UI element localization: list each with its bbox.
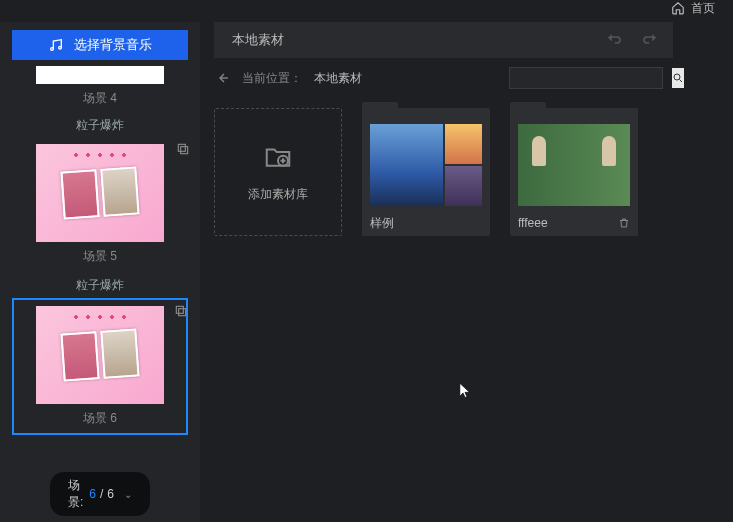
scene-list: 场景 4 粒子爆炸 场景 5 粒子爆炸 场景 6 — [0, 66, 200, 522]
undo-icon[interactable] — [605, 31, 623, 49]
svg-rect-2 — [181, 147, 188, 154]
scene-item[interactable]: 场景 4 — [4, 66, 196, 107]
scene-thumb — [36, 144, 164, 242]
search-icon — [672, 72, 684, 84]
tab-actions — [302, 22, 673, 58]
svg-point-1 — [59, 46, 62, 49]
breadcrumb-row: 当前位置： 本地素材 — [214, 58, 733, 98]
folder-preview — [370, 124, 482, 206]
back-icon[interactable] — [214, 70, 230, 86]
add-asset-library-button[interactable]: 添加素材库 — [214, 108, 342, 236]
select-bgm-button[interactable]: 选择背景音乐 — [12, 30, 188, 60]
folder-plus-icon — [260, 142, 296, 172]
home-link[interactable]: 首页 — [691, 0, 715, 17]
folder-preview — [518, 124, 630, 206]
redo-icon[interactable] — [641, 31, 659, 49]
content-area: 本地素材 当前位置： 本地素材 添加素材库 — [200, 22, 733, 522]
scene-thumb — [36, 306, 164, 404]
folder-name: 样例 — [370, 215, 394, 232]
topbar: 首页 — [671, 0, 715, 16]
music-icon — [48, 37, 64, 53]
folder-name: fffeee — [518, 216, 548, 230]
scene-label: 场景 6 — [14, 410, 186, 427]
scene-counter-current: 6 — [89, 487, 96, 501]
scene-counter-prefix: 场景: — [68, 477, 85, 511]
svg-rect-3 — [178, 144, 185, 151]
trash-icon[interactable] — [618, 217, 630, 229]
scene-counter[interactable]: 场景: 6 / 6 ⌄ — [50, 472, 150, 516]
scene-label: 场景 4 — [4, 90, 196, 107]
scene-label: 场景 5 — [12, 248, 188, 265]
scene-counter-sep: / — [100, 487, 103, 501]
svg-rect-4 — [179, 309, 186, 316]
asset-folder[interactable]: fffeee — [510, 108, 638, 236]
asset-grid: 添加素材库 样例 fffeee — [214, 98, 733, 236]
search-input[interactable] — [510, 68, 672, 88]
copy-icon[interactable] — [174, 304, 188, 318]
tabbar: 本地素材 — [214, 22, 733, 58]
svg-rect-5 — [176, 306, 183, 313]
sidebar: 选择背景音乐 场景 4 粒子爆炸 场景 5 粒子爆炸 场景 — [0, 22, 200, 522]
cursor-icon — [458, 382, 472, 400]
svg-point-0 — [51, 48, 54, 51]
add-asset-library-label: 添加素材库 — [248, 186, 308, 203]
svg-point-6 — [674, 74, 680, 80]
scene-counter-total: 6 — [107, 487, 114, 501]
scene-thumb — [36, 66, 164, 84]
select-bgm-label: 选择背景音乐 — [74, 36, 152, 54]
scene-item-selected[interactable]: 场景 6 — [12, 298, 188, 435]
tab-local-assets[interactable]: 本地素材 — [214, 22, 302, 58]
scene-effect-name: 粒子爆炸 — [4, 117, 196, 134]
search-button[interactable] — [672, 68, 684, 88]
breadcrumb-value[interactable]: 本地素材 — [314, 70, 362, 87]
search-box — [509, 67, 663, 89]
home-icon[interactable] — [671, 1, 685, 15]
breadcrumb-label: 当前位置： — [242, 70, 302, 87]
scene-item[interactable]: 场景 5 — [12, 138, 188, 271]
asset-folder[interactable]: 样例 — [362, 108, 490, 236]
scene-effect-name: 粒子爆炸 — [4, 277, 196, 294]
chevron-down-icon[interactable]: ⌄ — [124, 489, 132, 500]
copy-icon[interactable] — [176, 142, 190, 156]
